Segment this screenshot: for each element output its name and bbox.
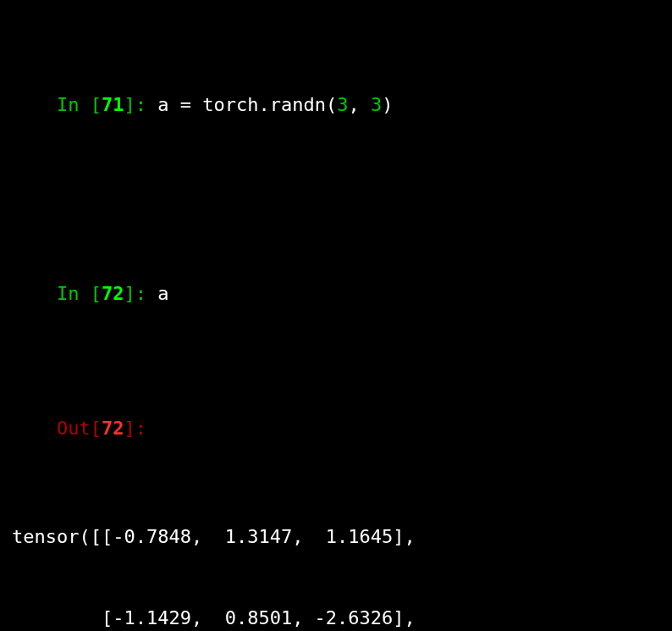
number-literal: 3 bbox=[371, 94, 382, 115]
code-input-71[interactable]: a = torch.randn(3, 3) bbox=[157, 94, 393, 115]
code-input-72[interactable]: a bbox=[157, 283, 168, 304]
output-line[interactable]: tensor([[-0.7848, 1.3147, 1.1645], bbox=[12, 523, 660, 551]
out-prompt-72: Out[72]: bbox=[57, 418, 146, 439]
cell-72: In [72]: a Out[72]: tensor([[-0.7848, 1.… bbox=[12, 199, 660, 631]
output-line[interactable]: [-1.1429, 0.8501, -2.6326], bbox=[12, 605, 660, 631]
in-prompt-72[interactable]: In [72]: bbox=[57, 283, 157, 304]
code-text: , bbox=[348, 94, 371, 115]
in-prefix: In [ bbox=[57, 94, 102, 115]
cell-71: In [71]: a = torch.randn(3, 3) bbox=[12, 10, 660, 172]
in-prefix: In [ bbox=[57, 283, 102, 304]
code-text: a = torch.randn( bbox=[157, 94, 337, 115]
blank-line bbox=[12, 172, 660, 199]
out-prefix: Out[ bbox=[57, 418, 102, 439]
in-number: 72 bbox=[102, 283, 124, 304]
in-number: 71 bbox=[102, 94, 124, 115]
in-prompt-71[interactable]: In [71]: bbox=[57, 94, 157, 115]
in-suffix: ]: bbox=[124, 283, 157, 304]
out-suffix: ]: bbox=[124, 418, 146, 439]
code-text: ) bbox=[382, 94, 393, 115]
code-text: a bbox=[157, 283, 168, 304]
in-suffix: ]: bbox=[124, 94, 157, 115]
out-number: 72 bbox=[102, 418, 124, 439]
number-literal: 3 bbox=[337, 94, 348, 115]
